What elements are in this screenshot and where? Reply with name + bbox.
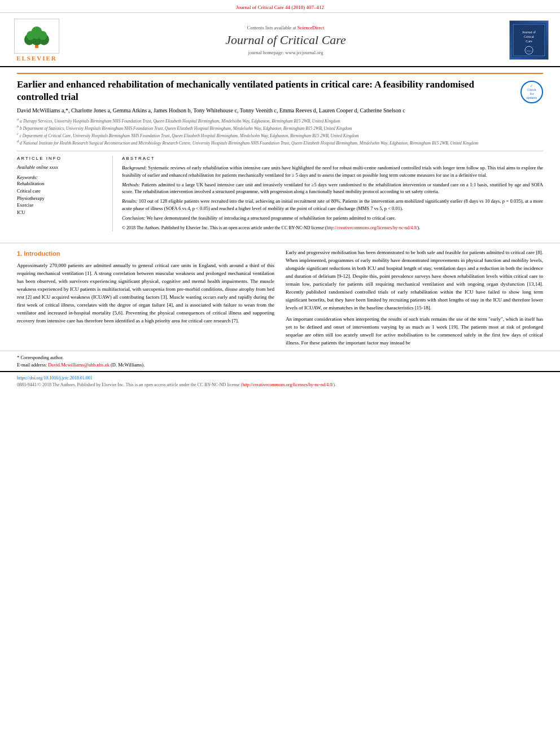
intro-para-right-1: Early and progressive mobilisation has b… — [286, 249, 543, 312]
background-text: Systematic reviews of early rehabilitati… — [122, 165, 543, 178]
keyword-4: Exercise — [17, 202, 106, 209]
doi-line: https://doi.org/10.1016/j.jcrc.2018.01.0… — [17, 375, 543, 381]
doi-link[interactable]: https://doi.org/10.1016/j.jcrc.2018.01.0… — [17, 375, 93, 381]
email-note: E-mail address: David.Mcwilliams@uhb.nhs… — [17, 362, 543, 368]
body-section: 1. Introduction Approximately 270,000 pa… — [0, 249, 560, 350]
results-text: 103 out of 128 eligible patients were re… — [122, 198, 543, 211]
svg-text:Journal of: Journal of — [522, 30, 536, 34]
copyright-line: 0883-9441/© 2018 The Authors. Published … — [17, 382, 543, 387]
article-title-section: Earlier and enhanced rehabilitation of m… — [17, 73, 543, 103]
journal-citation-text: Journal of Critical Care 44 (2018) 407–4… — [236, 5, 324, 10]
conclusion-text: We have demonstrated the feasibility of … — [147, 215, 396, 221]
abstract-header: ABSTRACT — [122, 156, 543, 161]
svg-text:JCC: JCC — [527, 50, 532, 53]
abstract-methods: Methods: Patients admitted to a large UK… — [122, 181, 543, 196]
article-info-column: ARTICLE INFO Available online xxxx Keywo… — [17, 156, 113, 231]
journal-homepage: journal homepage: www.jccjournal.org — [62, 50, 509, 55]
journal-cover-svg: Journal of Critical Care JCC — [512, 23, 546, 57]
introduction-title-text: Introduction — [24, 250, 60, 257]
abstract-license: © 2018 The Authors. Published by Elsevie… — [122, 225, 543, 231]
elsevier-logo: ELSEVIER — [11, 19, 62, 62]
abstract-background: Background: Systematic reviews of early … — [122, 164, 543, 179]
sciencedirect-link[interactable]: ScienceDirect — [298, 25, 325, 30]
abstract-results: Results: 103 out of 128 eligible patient… — [122, 198, 543, 212]
bottom-bar: https://doi.org/10.1016/j.jcrc.2018.01.0… — [0, 371, 560, 391]
abstract-text: Background: Systematic reviews of early … — [122, 164, 543, 231]
affiliation-c: c c Department of Critical Care, Univers… — [17, 132, 543, 139]
keywords-list: Rehabilitation Critical care Physiothera… — [17, 180, 106, 216]
crossmark-label: ✓Checkforupdates — [527, 84, 537, 101]
bottom-license-link[interactable]: http://creativecommons.org/licenses/by-n… — [242, 382, 333, 387]
conclusion-label: Conclusion: — [122, 215, 146, 221]
methods-text: Patients admitted to a large UK based in… — [122, 182, 543, 195]
article-title-text: Earlier and enhanced rehabilitation of m… — [17, 78, 515, 103]
footnote-area: * Corresponding author. E-mail address: … — [0, 351, 560, 371]
article-info-header: ARTICLE INFO — [17, 156, 106, 161]
elsevier-label: ELSEVIER — [16, 55, 57, 62]
background-label: Background: — [122, 165, 147, 171]
logo-box — [14, 19, 59, 54]
email-link[interactable]: David.Mcwilliams@uhb.nhs.uk — [48, 362, 110, 368]
affiliation-b: b b Department of Statistics, University… — [17, 124, 543, 132]
authors-line: David McWilliams a,*, Charlotte Jones a,… — [17, 107, 543, 115]
corresponding-author-note: * Corresponding author. — [17, 355, 543, 360]
keyword-2: Critical care — [17, 187, 106, 195]
introduction-title: 1. Introduction — [17, 249, 274, 259]
contents-line: Contents lists available at ScienceDirec… — [62, 25, 509, 30]
keywords-label: Keywords: — [17, 174, 106, 180]
svg-point-6 — [39, 31, 47, 40]
keyword-3: Physiotherapy — [17, 195, 106, 202]
svg-text:Care: Care — [526, 40, 532, 43]
section-divider — [0, 243, 560, 243]
body-right-column: Early and progressive mobilisation has b… — [286, 249, 543, 350]
journal-citation: Journal of Critical Care 44 (2018) 407–4… — [0, 0, 560, 13]
available-online-label: Available online xxxx — [17, 164, 106, 170]
intro-para-1: Approximately 270,000 patients are admit… — [17, 262, 274, 325]
crossmark-badge: ✓Checkforupdates — [520, 81, 543, 103]
article-main: Earlier and enhanced rehabilitation of m… — [0, 67, 560, 237]
intro-right-text: Early and progressive mobilisation has b… — [286, 249, 543, 347]
body-left-column: 1. Introduction Approximately 270,000 pa… — [17, 249, 274, 350]
intro-left-text: Approximately 270,000 patients are admit… — [17, 262, 274, 325]
journal-title: Journal of Critical Care — [62, 33, 509, 47]
abstract-column: ABSTRACT Background: Systematic reviews … — [122, 156, 543, 231]
journal-cover-image: Journal of Critical Care JCC — [509, 20, 549, 60]
license-link[interactable]: http://creativecommons.org/licenses/by-n… — [326, 225, 417, 230]
methods-label: Methods: — [122, 182, 140, 187]
abstract-conclusion: Conclusion: We have demonstrated the fea… — [122, 215, 543, 222]
keyword-1: Rehabilitation — [17, 180, 106, 187]
elsevier-tree-icon — [17, 21, 56, 50]
affiliation-a: a a Therapy Services, University Hospita… — [17, 117, 543, 124]
affiliation-d: d d National Institute for Health Resear… — [17, 139, 543, 146]
results-label: Results: — [122, 198, 137, 204]
affiliations: a a Therapy Services, University Hospita… — [17, 117, 543, 146]
svg-text:Critical: Critical — [524, 35, 534, 38]
svg-point-5 — [27, 31, 34, 40]
journal-center: Contents lists available at ScienceDirec… — [62, 25, 509, 55]
intro-para-right-2: An important consideration when interpre… — [286, 316, 543, 347]
info-abstract-section: ARTICLE INFO Available online xxxx Keywo… — [17, 151, 543, 231]
journal-header: ELSEVIER Contents lists available at Sci… — [0, 13, 560, 67]
keyword-5: ICU — [17, 209, 106, 216]
page: Journal of Critical Care 44 (2018) 407–4… — [0, 0, 560, 747]
